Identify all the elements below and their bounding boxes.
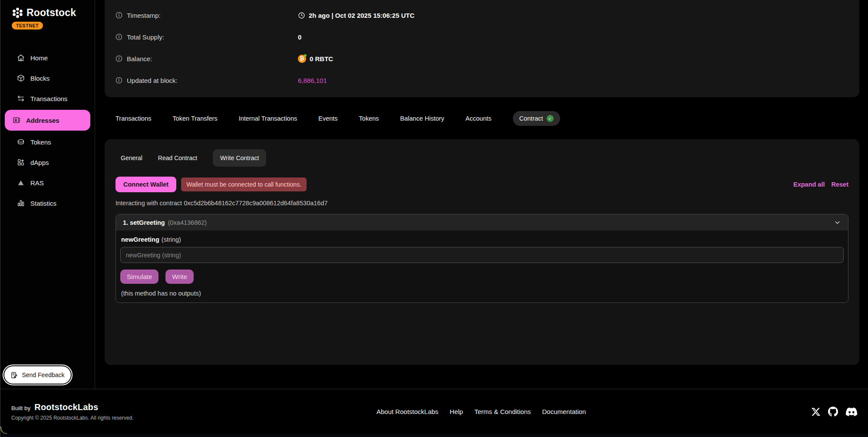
home-icon bbox=[17, 54, 25, 62]
logo-block: Rootstock TESTNET bbox=[0, 0, 95, 30]
info-icon bbox=[116, 55, 122, 62]
main-content: Timestamp: 2h ago | Oct 02 2025 15:06:25… bbox=[95, 0, 868, 389]
timestamp-value: 2h ago | Oct 02 2025 15:06:25 UTC bbox=[309, 12, 414, 19]
sidebar-item-label: Tokens bbox=[30, 138, 51, 146]
feedback-edit-icon bbox=[10, 371, 18, 379]
cube-icon bbox=[17, 74, 25, 82]
total-supply-row: Total Supply: 0 bbox=[116, 26, 848, 48]
logo[interactable]: Rootstock bbox=[12, 7, 95, 19]
tab-contract[interactable]: Contract ✓ bbox=[513, 111, 560, 126]
method-actions: Simulate Write bbox=[120, 269, 844, 284]
swap-arrows-icon bbox=[17, 95, 25, 102]
discord-icon[interactable] bbox=[846, 406, 857, 417]
sidebar-item-label: Addresses bbox=[26, 117, 59, 124]
page: Rootstock TESTNET Home Blocks Transactio… bbox=[0, 0, 868, 437]
github-icon[interactable] bbox=[828, 407, 838, 417]
contract-subtabs: General Read Contract Write Contract bbox=[116, 149, 848, 167]
testnet-badge: TESTNET bbox=[12, 22, 43, 30]
coin-icon bbox=[17, 138, 25, 146]
param-type: (string) bbox=[162, 236, 181, 243]
block-number-link[interactable]: 6,886,101 bbox=[298, 77, 327, 84]
verified-check-icon: ✓ bbox=[547, 115, 554, 122]
sidebar-nav: Home Blocks Transactions Addresses Token… bbox=[0, 49, 95, 212]
bar-chart-icon bbox=[17, 199, 25, 207]
bottom-strip bbox=[0, 434, 868, 437]
corner-accent-decoration bbox=[0, 427, 7, 434]
footer-link-help[interactable]: Help bbox=[450, 408, 463, 415]
contract-panel: General Read Contract Write Contract Con… bbox=[105, 139, 859, 365]
sidebar-item-label: Blocks bbox=[30, 75, 50, 82]
tab-events[interactable]: Events bbox=[318, 115, 337, 122]
sidebar-item-label: Home bbox=[30, 54, 48, 62]
footer-left: Built by RootstockLabs Copyright © 2025 … bbox=[11, 402, 134, 421]
footer: Built by RootstockLabs Copyright © 2025 … bbox=[0, 389, 868, 434]
subtab-general[interactable]: General bbox=[121, 154, 142, 161]
method-title: 1. setGreeting bbox=[123, 219, 165, 226]
updated-at-block-row: Updated at block: 6,886,101 bbox=[116, 69, 848, 91]
updated-at-block-label: Updated at block: bbox=[127, 77, 178, 84]
tab-balance-history[interactable]: Balance History bbox=[400, 115, 445, 122]
footer-link-terms[interactable]: Terms & Conditions bbox=[474, 408, 531, 415]
sidebar-item-label: Transactions bbox=[30, 95, 67, 102]
content-row: Rootstock TESTNET Home Blocks Transactio… bbox=[0, 0, 868, 389]
balance-value: 0 RBTC bbox=[310, 55, 333, 62]
subtab-read-contract[interactable]: Read Contract bbox=[158, 154, 197, 161]
info-icon bbox=[116, 33, 122, 40]
param-name: newGreeting bbox=[121, 236, 159, 243]
footer-social-icons bbox=[812, 406, 857, 417]
tab-token-transfers[interactable]: Token Transfers bbox=[172, 115, 217, 122]
sidebar-item-blocks[interactable]: Blocks bbox=[5, 69, 90, 87]
address-summary-card: Timestamp: 2h ago | Oct 02 2025 15:06:25… bbox=[105, 0, 859, 97]
send-feedback-label: Send Feedback bbox=[22, 371, 64, 378]
info-icon bbox=[116, 12, 122, 19]
method-accordion: 1. setGreeting (0xa4136862) newGreeting(… bbox=[116, 214, 848, 303]
timestamp-row: Timestamp: 2h ago | Oct 02 2025 15:06:25… bbox=[116, 4, 848, 26]
write-button[interactable]: Write bbox=[165, 269, 194, 284]
send-feedback-button[interactable]: Send Feedback bbox=[4, 366, 71, 384]
simulate-button[interactable]: Simulate bbox=[120, 269, 158, 284]
grid-plus-icon bbox=[17, 158, 25, 166]
wallet-warning-badge: Wallet must be connected to call functio… bbox=[181, 177, 307, 191]
sidebar-item-label: dApps bbox=[30, 159, 49, 166]
expand-reset-links: Expand all Reset bbox=[793, 181, 848, 188]
tab-tokens[interactable]: Tokens bbox=[359, 115, 379, 122]
reset-link[interactable]: Reset bbox=[832, 181, 849, 188]
sidebar-item-ras[interactable]: RAS bbox=[5, 174, 90, 192]
built-by-label: Built by bbox=[11, 405, 30, 411]
method-accordion-header[interactable]: 1. setGreeting (0xa4136862) bbox=[116, 214, 848, 230]
tab-transactions[interactable]: Transactions bbox=[116, 115, 151, 122]
triangle-icon bbox=[17, 179, 25, 187]
tab-accounts[interactable]: Accounts bbox=[465, 115, 492, 122]
x-icon[interactable] bbox=[812, 407, 820, 416]
rootstocklabs-wordmark[interactable]: RootstockLabs bbox=[34, 402, 98, 412]
tab-internal-transactions[interactable]: Internal Transactions bbox=[239, 115, 297, 122]
footer-link-about[interactable]: About RootstockLabs bbox=[376, 408, 439, 415]
balance-row: Balance: ₿ 0 RBTC bbox=[116, 48, 848, 69]
tab-contract-label: Contract bbox=[519, 115, 543, 122]
rbtc-coin-icon: ₿ bbox=[298, 55, 306, 63]
method-accordion-body: newGreeting(string) Simulate Write (this… bbox=[116, 230, 848, 302]
total-supply-value: 0 bbox=[298, 33, 301, 41]
interacting-with-contract-text: Interacting with contract 0xc5d2b6b48162… bbox=[116, 200, 848, 207]
sidebar-item-home[interactable]: Home bbox=[5, 49, 90, 67]
connect-wallet-button[interactable]: Connect Wallet bbox=[116, 177, 176, 192]
contact-card-icon bbox=[13, 116, 20, 124]
expand-all-link[interactable]: Expand all bbox=[793, 181, 825, 188]
sidebar-item-dapps[interactable]: dApps bbox=[5, 153, 90, 171]
wallet-row: Connect Wallet Wallet must be connected … bbox=[116, 177, 848, 192]
footer-link-documentation[interactable]: Documentation bbox=[542, 408, 586, 415]
param-input[interactable] bbox=[120, 247, 844, 263]
total-supply-label: Total Supply: bbox=[127, 33, 164, 41]
sidebar-item-tokens[interactable]: Tokens bbox=[5, 133, 90, 151]
info-icon bbox=[116, 77, 122, 84]
sidebar-item-addresses[interactable]: Addresses bbox=[5, 110, 90, 131]
copyright-text: Copyright © 2025 RootstockLabs. All righ… bbox=[11, 415, 134, 421]
no-outputs-note: (this method has no outputs) bbox=[120, 290, 844, 297]
chevron-down-icon bbox=[834, 219, 841, 226]
sidebar-item-label: RAS bbox=[30, 179, 44, 187]
subtab-write-contract[interactable]: Write Contract bbox=[213, 149, 266, 167]
sidebar-item-statistics[interactable]: Statistics bbox=[5, 194, 90, 212]
method-selector: (0xa4136862) bbox=[168, 219, 207, 226]
sidebar: Rootstock TESTNET Home Blocks Transactio… bbox=[0, 0, 95, 389]
sidebar-item-transactions[interactable]: Transactions bbox=[5, 89, 90, 108]
